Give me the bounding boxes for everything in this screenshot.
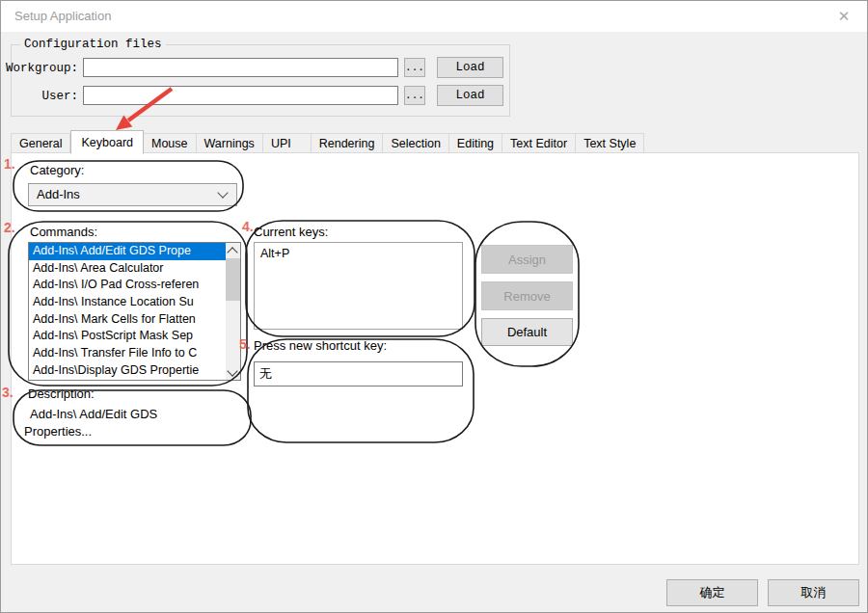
description-label: Description: — [28, 386, 95, 401]
remove-button[interactable]: Remove — [481, 281, 573, 310]
settings-tabstrip: General Keyboard Mouse Warnings UPI Rend… — [11, 129, 644, 153]
tab-keyboard[interactable]: Keyboard — [70, 130, 144, 154]
commands-listbox: Add-Ins\ Add/Edit GDS Prope Add-Ins\ Are… — [28, 242, 241, 381]
commands-scrollbar[interactable] — [226, 243, 240, 380]
command-list-item[interactable]: Add-Ins\ I/O Pad Cross-referen — [29, 277, 226, 294]
chevron-down-icon — [217, 187, 228, 198]
tab-text-style[interactable]: Text Style — [576, 133, 644, 153]
close-icon[interactable]: ✕ — [828, 6, 859, 27]
commands-label: Commands: — [30, 225, 97, 239]
assign-button[interactable]: Assign — [481, 245, 573, 274]
current-key-item[interactable]: Alt+P — [260, 247, 462, 260]
tab-mouse[interactable]: Mouse — [144, 133, 197, 153]
configuration-files-group — [11, 44, 510, 117]
user-load-button[interactable]: Load — [437, 85, 503, 106]
tab-warnings[interactable]: Warnings — [197, 133, 263, 153]
configuration-files-legend: Configuration files — [20, 38, 166, 51]
tab-editing[interactable]: Editing — [449, 133, 502, 153]
tab-rendering[interactable]: Rendering — [312, 133, 384, 153]
scroll-up-icon[interactable] — [226, 243, 240, 257]
command-list-item[interactable]: Add-Ins\ Add/Edit GDS Prope — [29, 243, 226, 260]
ok-button[interactable]: 确定 — [666, 579, 758, 606]
workgroup-load-button[interactable]: Load — [437, 57, 503, 78]
category-label: Category: — [30, 163, 84, 177]
new-shortcut-input[interactable] — [254, 361, 463, 386]
setup-application-dialog: Setup Application ✕ Configuration files … — [0, 0, 868, 613]
cancel-button[interactable]: 取消 — [768, 579, 859, 606]
scrollbar-thumb[interactable] — [226, 258, 240, 301]
command-list-item[interactable]: Add-Ins\ Area Calculator — [29, 260, 226, 278]
command-list-item[interactable]: Add-Ins\ Transfer File Info to C — [29, 345, 226, 362]
scroll-down-icon[interactable] — [226, 365, 240, 380]
press-new-shortcut-label: Press new shortcut key: — [254, 338, 387, 353]
window-title: Setup Application — [14, 9, 111, 23]
current-keys-listbox: Alt+P — [254, 242, 463, 330]
tab-text-editor[interactable]: Text Editor — [502, 133, 576, 153]
command-list-item[interactable]: Add-Ins\Display GDS Propertie — [29, 362, 226, 380]
command-list-item[interactable]: Add-Ins\ Instance Location Su — [29, 294, 226, 311]
user-input[interactable] — [83, 86, 398, 105]
command-list-item[interactable]: Add-Ins\ PostScript Mask Sep — [29, 328, 226, 345]
tab-selection[interactable]: Selection — [383, 133, 448, 153]
workgroup-input[interactable] — [83, 58, 398, 77]
user-browse-button[interactable]: ... — [404, 86, 425, 105]
description-text: Add-Ins\ Add/Edit GDS Properties... — [24, 406, 212, 440]
user-label: User: — [0, 89, 78, 104]
command-list-item[interactable]: Add-Ins\ Mark Cells for Flatten — [29, 311, 226, 329]
category-dropdown[interactable]: Add-Ins — [28, 183, 237, 206]
workgroup-browse-button[interactable]: ... — [404, 58, 425, 77]
default-button[interactable]: Default — [481, 318, 573, 346]
tab-general[interactable]: General — [11, 133, 70, 153]
category-selected-value: Add-Ins — [37, 184, 80, 205]
current-keys-label: Current keys: — [254, 225, 328, 239]
tab-upi[interactable]: UPI — [263, 133, 312, 153]
workgroup-label: Workgroup: — [0, 61, 78, 76]
title-bar: Setup Application ✕ — [1, 1, 867, 32]
